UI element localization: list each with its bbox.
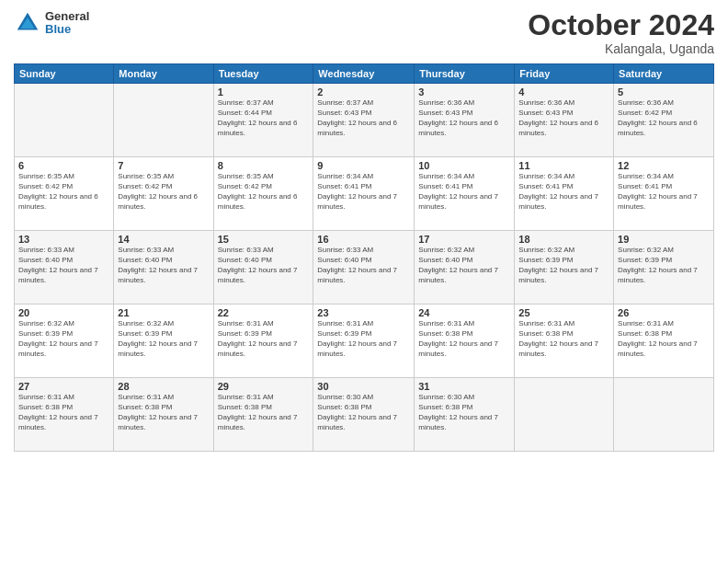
- day-number: 11: [518, 160, 609, 171]
- day-info: Sunrise: 6:32 AM Sunset: 6:39 PM Dayligh…: [18, 319, 109, 359]
- day-number: 19: [618, 234, 710, 245]
- calendar-cell: [614, 378, 714, 452]
- day-info: Sunrise: 6:32 AM Sunset: 6:39 PM Dayligh…: [618, 246, 710, 285]
- calendar-cell: 10Sunrise: 6:34 AM Sunset: 6:41 PM Dayli…: [415, 157, 515, 231]
- calendar-cell: 30Sunrise: 6:30 AM Sunset: 6:38 PM Dayli…: [313, 378, 415, 452]
- calendar-cell: 20Sunrise: 6:32 AM Sunset: 6:39 PM Dayli…: [15, 304, 114, 378]
- calendar-cell: 1Sunrise: 6:37 AM Sunset: 6:44 PM Daylig…: [213, 84, 313, 157]
- calendar-table: SundayMondayTuesdayWednesdayThursdayFrid…: [14, 63, 714, 452]
- day-info: Sunrise: 6:30 AM Sunset: 6:38 PM Dayligh…: [317, 393, 410, 432]
- logo: General Blue: [14, 9, 89, 37]
- day-number: 20: [18, 307, 109, 318]
- day-info: Sunrise: 6:37 AM Sunset: 6:43 PM Dayligh…: [317, 98, 410, 138]
- month-title: October 2024: [528, 9, 714, 41]
- day-number: 13: [18, 234, 109, 245]
- day-number: 4: [518, 86, 609, 98]
- day-info: Sunrise: 6:33 AM Sunset: 6:40 PM Dayligh…: [18, 246, 109, 285]
- day-info: Sunrise: 6:34 AM Sunset: 6:41 PM Dayligh…: [317, 172, 410, 212]
- calendar-cell: 27Sunrise: 6:31 AM Sunset: 6:38 PM Dayli…: [15, 378, 114, 452]
- day-number: 31: [418, 381, 510, 392]
- day-info: Sunrise: 6:34 AM Sunset: 6:41 PM Dayligh…: [418, 172, 510, 212]
- logo-general: General: [45, 10, 89, 23]
- day-number: 22: [218, 307, 310, 318]
- day-number: 5: [618, 86, 710, 98]
- day-info: Sunrise: 6:31 AM Sunset: 6:39 PM Dayligh…: [317, 319, 410, 359]
- column-header-wednesday: Wednesday: [313, 64, 415, 84]
- calendar-cell: 22Sunrise: 6:31 AM Sunset: 6:39 PM Dayli…: [213, 304, 313, 378]
- day-info: Sunrise: 6:31 AM Sunset: 6:38 PM Dayligh…: [618, 319, 710, 359]
- day-number: 28: [118, 381, 209, 392]
- day-number: 29: [218, 381, 310, 392]
- day-info: Sunrise: 6:32 AM Sunset: 6:39 PM Dayligh…: [118, 319, 209, 359]
- calendar-cell: 9Sunrise: 6:34 AM Sunset: 6:41 PM Daylig…: [313, 157, 415, 231]
- calendar-header-row: SundayMondayTuesdayWednesdayThursdayFrid…: [15, 64, 714, 84]
- calendar-cell: 17Sunrise: 6:32 AM Sunset: 6:40 PM Dayli…: [415, 231, 515, 304]
- day-number: 30: [317, 381, 410, 392]
- calendar-cell: 6Sunrise: 6:35 AM Sunset: 6:42 PM Daylig…: [15, 157, 114, 231]
- day-info: Sunrise: 6:35 AM Sunset: 6:42 PM Dayligh…: [218, 172, 310, 212]
- day-number: 27: [18, 381, 109, 392]
- day-info: Sunrise: 6:36 AM Sunset: 6:42 PM Dayligh…: [618, 98, 710, 138]
- day-info: Sunrise: 6:30 AM Sunset: 6:38 PM Dayligh…: [418, 393, 510, 432]
- day-number: 16: [317, 234, 410, 245]
- calendar-week-row: 1Sunrise: 6:37 AM Sunset: 6:44 PM Daylig…: [15, 84, 714, 157]
- day-number: 7: [118, 160, 209, 171]
- calendar-cell: 21Sunrise: 6:32 AM Sunset: 6:39 PM Dayli…: [114, 304, 213, 378]
- day-number: 3: [418, 86, 510, 98]
- day-info: Sunrise: 6:36 AM Sunset: 6:43 PM Dayligh…: [518, 98, 609, 138]
- day-number: 2: [317, 86, 410, 98]
- day-number: 10: [418, 160, 510, 171]
- calendar-cell: 14Sunrise: 6:33 AM Sunset: 6:40 PM Dayli…: [114, 231, 213, 304]
- day-info: Sunrise: 6:37 AM Sunset: 6:44 PM Dayligh…: [218, 98, 310, 138]
- day-number: 21: [118, 307, 209, 318]
- logo-blue: Blue: [45, 23, 89, 36]
- day-number: 14: [118, 234, 209, 245]
- day-info: Sunrise: 6:35 AM Sunset: 6:42 PM Dayligh…: [18, 172, 109, 212]
- calendar-cell: 4Sunrise: 6:36 AM Sunset: 6:43 PM Daylig…: [515, 84, 614, 157]
- day-number: 18: [518, 234, 609, 245]
- day-info: Sunrise: 6:33 AM Sunset: 6:40 PM Dayligh…: [118, 246, 209, 285]
- calendar-cell: 28Sunrise: 6:31 AM Sunset: 6:38 PM Dayli…: [114, 378, 213, 452]
- calendar-cell: 25Sunrise: 6:31 AM Sunset: 6:38 PM Dayli…: [515, 304, 614, 378]
- calendar-cell: 2Sunrise: 6:37 AM Sunset: 6:43 PM Daylig…: [313, 84, 415, 157]
- day-number: 6: [18, 160, 109, 171]
- calendar-cell: 18Sunrise: 6:32 AM Sunset: 6:39 PM Dayli…: [515, 231, 614, 304]
- logo-text: General Blue: [45, 10, 89, 37]
- day-number: 25: [518, 307, 609, 318]
- day-number: 8: [218, 160, 310, 171]
- calendar-week-row: 20Sunrise: 6:32 AM Sunset: 6:39 PM Dayli…: [15, 304, 714, 378]
- calendar-cell: 11Sunrise: 6:34 AM Sunset: 6:41 PM Dayli…: [515, 157, 614, 231]
- day-info: Sunrise: 6:31 AM Sunset: 6:38 PM Dayligh…: [218, 393, 310, 432]
- calendar-cell: [15, 84, 114, 157]
- calendar-week-row: 6Sunrise: 6:35 AM Sunset: 6:42 PM Daylig…: [15, 157, 714, 231]
- title-block: October 2024 Kalangala, Uganda: [528, 9, 714, 56]
- day-info: Sunrise: 6:34 AM Sunset: 6:41 PM Dayligh…: [618, 172, 710, 212]
- calendar-cell: 12Sunrise: 6:34 AM Sunset: 6:41 PM Dayli…: [614, 157, 714, 231]
- calendar-cell: 16Sunrise: 6:33 AM Sunset: 6:40 PM Dayli…: [313, 231, 415, 304]
- day-number: 24: [418, 307, 510, 318]
- column-header-monday: Monday: [114, 64, 213, 84]
- day-number: 23: [317, 307, 410, 318]
- day-info: Sunrise: 6:34 AM Sunset: 6:41 PM Dayligh…: [518, 172, 609, 212]
- day-info: Sunrise: 6:31 AM Sunset: 6:38 PM Dayligh…: [118, 393, 209, 432]
- day-info: Sunrise: 6:31 AM Sunset: 6:38 PM Dayligh…: [18, 393, 109, 432]
- day-info: Sunrise: 6:31 AM Sunset: 6:38 PM Dayligh…: [518, 319, 609, 359]
- calendar-cell: 13Sunrise: 6:33 AM Sunset: 6:40 PM Dayli…: [15, 231, 114, 304]
- day-info: Sunrise: 6:33 AM Sunset: 6:40 PM Dayligh…: [317, 246, 410, 285]
- page-header: General Blue October 2024 Kalangala, Uga…: [14, 9, 714, 56]
- day-info: Sunrise: 6:31 AM Sunset: 6:38 PM Dayligh…: [418, 319, 510, 359]
- day-number: 12: [618, 160, 710, 171]
- calendar-week-row: 13Sunrise: 6:33 AM Sunset: 6:40 PM Dayli…: [15, 231, 714, 304]
- calendar-cell: 7Sunrise: 6:35 AM Sunset: 6:42 PM Daylig…: [114, 157, 213, 231]
- day-info: Sunrise: 6:36 AM Sunset: 6:43 PM Dayligh…: [418, 98, 510, 138]
- column-header-friday: Friday: [515, 64, 614, 84]
- calendar-cell: 15Sunrise: 6:33 AM Sunset: 6:40 PM Dayli…: [213, 231, 313, 304]
- calendar-cell: 8Sunrise: 6:35 AM Sunset: 6:42 PM Daylig…: [213, 157, 313, 231]
- calendar-cell: 26Sunrise: 6:31 AM Sunset: 6:38 PM Dayli…: [614, 304, 714, 378]
- day-info: Sunrise: 6:31 AM Sunset: 6:39 PM Dayligh…: [218, 319, 310, 359]
- calendar-week-row: 27Sunrise: 6:31 AM Sunset: 6:38 PM Dayli…: [15, 378, 714, 452]
- calendar-cell: 24Sunrise: 6:31 AM Sunset: 6:38 PM Dayli…: [415, 304, 515, 378]
- calendar-cell: [515, 378, 614, 452]
- calendar-cell: 19Sunrise: 6:32 AM Sunset: 6:39 PM Dayli…: [614, 231, 714, 304]
- day-info: Sunrise: 6:32 AM Sunset: 6:40 PM Dayligh…: [418, 246, 510, 285]
